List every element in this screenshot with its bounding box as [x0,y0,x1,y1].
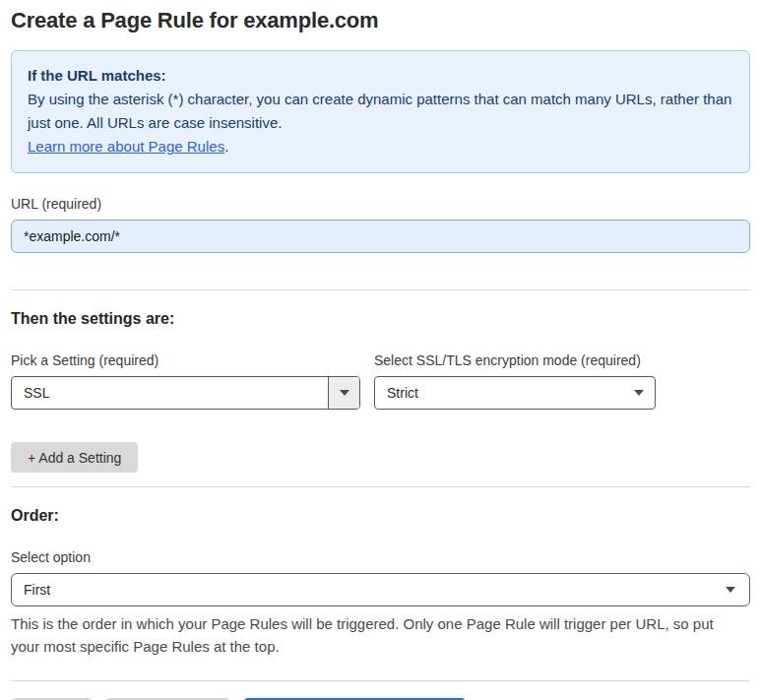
mode-select-arrow-cell [623,377,655,409]
divider [11,486,750,487]
chevron-down-icon [634,390,644,396]
settings-section-heading: Then the settings are: [11,310,750,328]
link-suffix: . [224,138,228,155]
info-box-body: By using the asterisk (*) character, you… [28,88,733,135]
setting-select-arrow-cell [328,377,359,409]
add-setting-button[interactable]: + Add a Setting [11,442,138,473]
info-box-link-line: Learn more about Page Rules. [28,135,733,159]
page-rule-form: Create a Page Rule for example.com If th… [0,0,760,700]
order-select-value: First [12,582,712,598]
setting-select-label: Pick a Setting (required) [11,352,360,368]
url-field-label: URL (required) [11,196,750,212]
settings-row: Pick a Setting (required) SSL Select SSL… [11,352,750,410]
setting-select[interactable]: SSL [11,376,360,410]
chevron-down-icon [726,587,735,593]
chevron-down-icon [340,390,349,396]
mode-select-value: Strict [375,385,623,401]
info-box-heading: If the URL matches: [28,64,733,88]
order-select[interactable]: First [11,573,750,606]
encryption-mode-select[interactable]: Strict [374,376,656,410]
url-input[interactable] [11,220,750,253]
order-select-arrow-cell [712,574,749,605]
mode-select-label: Select SSL/TLS encryption mode (required… [374,352,656,368]
order-help-text: This is the order in which your Page Rul… [11,612,739,658]
order-select-label: Select option [11,549,750,565]
page-title: Create a Page Rule for example.com [11,8,750,33]
divider [11,680,750,681]
setting-select-value: SSL [12,385,328,401]
learn-more-link[interactable]: Learn more about Page Rules [28,138,224,155]
setting-picker-column: Pick a Setting (required) SSL [11,352,360,410]
encryption-mode-column: Select SSL/TLS encryption mode (required… [374,352,656,410]
url-match-info-box: If the URL matches: By using the asteris… [11,50,750,173]
order-section-heading: Order: [11,507,750,525]
divider [11,289,750,290]
